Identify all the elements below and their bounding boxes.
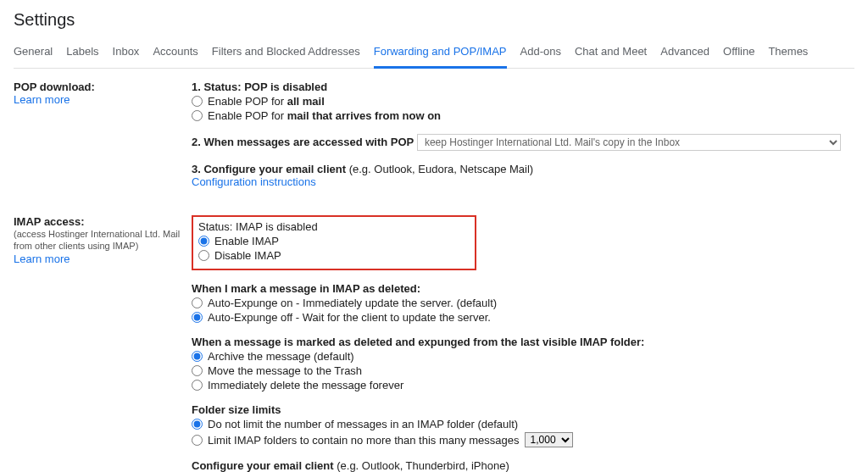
expunge-off-label: Auto-Expunge off - Wait for the client t… bbox=[208, 311, 491, 324]
tab-advanced[interactable]: Advanced bbox=[660, 40, 709, 68]
tab-chat-and-meet[interactable]: Chat and Meet bbox=[575, 40, 647, 68]
tab-general[interactable]: General bbox=[14, 40, 53, 68]
pop-enable-now-label: Enable POP for mail that arrives from no… bbox=[208, 109, 441, 122]
folder-limit-label: Limit IMAP folders to contain no more th… bbox=[208, 434, 520, 447]
pop-step3-sub: (e.g. Outlook, Eudora, Netscape Mail) bbox=[346, 163, 533, 175]
expunged-archive-label: Archive the message (default) bbox=[208, 350, 354, 363]
tab-labels[interactable]: Labels bbox=[66, 40, 98, 68]
imap-disable-radio[interactable] bbox=[198, 250, 209, 261]
imap-expunged-heading: When a message is marked as deleted and … bbox=[192, 336, 854, 348]
imap-configure-heading: Configure your email client bbox=[192, 459, 334, 472]
pop-config-link[interactable]: Configuration instructions bbox=[192, 175, 316, 188]
expunged-delete-radio[interactable] bbox=[192, 380, 203, 391]
tab-offline[interactable]: Offline bbox=[723, 40, 754, 68]
folder-nolimit-radio[interactable] bbox=[192, 419, 203, 430]
expunged-trash-radio[interactable] bbox=[192, 365, 203, 376]
pop-status-prefix: 1. Status: bbox=[192, 81, 244, 93]
pop-step3-heading: 3. Configure your email client bbox=[192, 163, 346, 175]
tab-inbox[interactable]: Inbox bbox=[113, 40, 140, 68]
expunged-delete-label: Immediately delete the message forever bbox=[208, 379, 403, 391]
tab-add-ons[interactable]: Add-ons bbox=[520, 40, 561, 68]
tab-accounts[interactable]: Accounts bbox=[153, 40, 198, 68]
expunge-on-radio[interactable] bbox=[192, 297, 203, 308]
expunged-archive-radio[interactable] bbox=[192, 351, 203, 362]
imap-disable-label: Disable IMAP bbox=[214, 249, 281, 262]
pop-enable-now-radio[interactable] bbox=[192, 110, 203, 121]
pop-label: POP download: bbox=[14, 81, 183, 93]
folder-limit-select[interactable]: 1,000 bbox=[525, 432, 573, 447]
imap-label: IMAP access: bbox=[14, 215, 183, 228]
imap-deleted-heading: When I mark a message in IMAP as deleted… bbox=[192, 282, 854, 295]
imap-section: IMAP access: (access Hostinger Internati… bbox=[14, 215, 854, 472]
expunged-trash-label: Move the message to the Trash bbox=[208, 364, 362, 377]
imap-configure-sub: (e.g. Outlook, Thunderbird, iPhone) bbox=[334, 459, 509, 472]
pop-access-select[interactable]: keep Hostinger International Ltd. Mail's… bbox=[417, 134, 841, 151]
imap-status-highlight: Status: IMAP is disabled Enable IMAP Dis… bbox=[192, 215, 476, 270]
folder-limits-heading: Folder size limits bbox=[192, 403, 854, 416]
folder-nolimit-label: Do not limit the number of messages in a… bbox=[208, 418, 518, 430]
tab-themes[interactable]: Themes bbox=[768, 40, 808, 68]
imap-sublabel: (access Hostinger International Ltd. Mai… bbox=[14, 228, 183, 253]
pop-learn-more-link[interactable]: Learn more bbox=[14, 93, 70, 106]
pop-enable-all-label: Enable POP for all mail bbox=[208, 95, 325, 108]
pop-step2-heading: 2. When messages are accessed with POP bbox=[192, 136, 414, 148]
expunge-off-radio[interactable] bbox=[192, 312, 203, 323]
page-title: Settings bbox=[14, 10, 854, 30]
tab-forwarding-and-pop-imap[interactable]: Forwarding and POP/IMAP bbox=[374, 40, 507, 69]
folder-limit-radio[interactable] bbox=[192, 435, 203, 446]
imap-learn-more-link[interactable]: Learn more bbox=[14, 253, 70, 265]
pop-status: POP is disabled bbox=[244, 81, 327, 93]
expunge-on-label: Auto-Expunge on - Immediately update the… bbox=[208, 297, 497, 309]
imap-status: Status: IMAP is disabled bbox=[198, 220, 470, 233]
tab-filters-and-blocked-addresses[interactable]: Filters and Blocked Addresses bbox=[212, 40, 360, 68]
imap-enable-radio[interactable] bbox=[198, 236, 209, 247]
pop-section: POP download: Learn more 1. Status: POP … bbox=[14, 81, 854, 200]
settings-tabs: GeneralLabelsInboxAccountsFilters and Bl… bbox=[14, 40, 854, 69]
pop-enable-all-radio[interactable] bbox=[192, 96, 203, 107]
imap-enable-label: Enable IMAP bbox=[214, 235, 279, 247]
